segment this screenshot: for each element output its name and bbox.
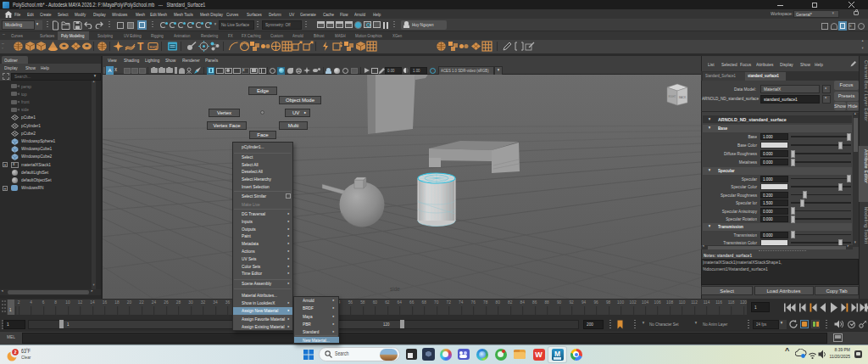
svg-text:T: T: [137, 41, 144, 52]
svg-text:2: 2: [14, 350, 16, 355]
svg-text:RIGHT: RIGHT: [669, 95, 676, 98]
svg-text:BACK: BACK: [679, 96, 686, 99]
svg-text:side: side: [390, 286, 400, 292]
svg-text:svg: svg: [149, 44, 157, 49]
